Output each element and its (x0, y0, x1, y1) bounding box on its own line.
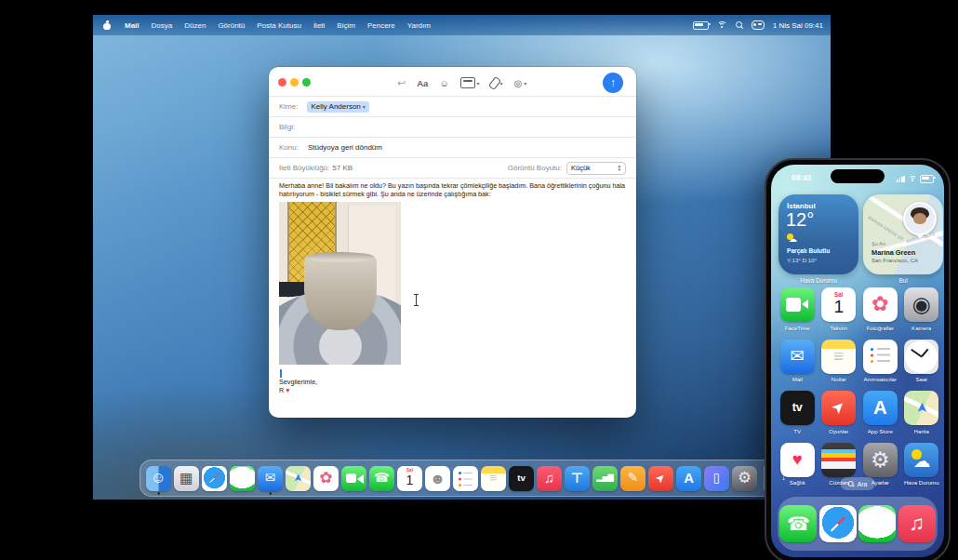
iphone-app-tv[interactable]: tvTV (777, 391, 818, 434)
control-center-icon[interactable] (752, 20, 765, 30)
dock-item-launchpad[interactable]: ▦ (174, 466, 199, 491)
dock-item-safari[interactable] (202, 466, 227, 491)
menu-item-yardım[interactable]: Yardım (407, 21, 431, 30)
iphone-app-notlar[interactable]: ≡Notlar (818, 340, 860, 383)
spotlight-icon[interactable] (736, 21, 743, 29)
zoom-button[interactable] (302, 78, 311, 87)
dock-item-photos[interactable]: ✿ (313, 466, 339, 491)
dock-item-finder[interactable]: ☺ (146, 466, 171, 491)
iphone-app-app-store[interactable]: AApp Store (859, 391, 901, 434)
hava-durumu-icon[interactable] (904, 443, 938, 477)
contacts-icon[interactable]: ☻ (425, 466, 450, 491)
facetime-icon[interactable] (341, 466, 366, 491)
oyunlar-icon[interactable]: ➤ (821, 391, 856, 425)
reminders-icon[interactable] (453, 466, 478, 491)
pages-icon[interactable]: ✎ (620, 466, 645, 491)
apple-menu-icon[interactable] (103, 21, 111, 30)
iphone-app-oyunlar[interactable]: ➤Oyunlar (818, 391, 860, 434)
mail-icon[interactable]: ✉ (258, 466, 283, 491)
iphone-mirroring-icon[interactable]: ▯ (704, 466, 729, 491)
recipient-token[interactable]: Kelly Anderson ▾ (307, 101, 368, 113)
muzik-icon[interactable]: ♫ (898, 505, 936, 542)
kamera-icon[interactable]: ◉ (904, 287, 938, 322)
mesajlar-icon[interactable] (858, 505, 896, 542)
dock-item-keynote[interactable]: ⊤ (565, 466, 590, 491)
findmy-widget[interactable]: MARINA GREEN DR MARINA BLVD Şu An Marina… (863, 194, 943, 274)
iphone-app-animsaticilar[interactable]: Anımsatıcılar (859, 340, 901, 383)
dock-item-facetime[interactable] (341, 466, 366, 491)
wifi-icon[interactable] (717, 21, 727, 30)
notes-icon[interactable]: ≡ (481, 466, 506, 491)
pottery-photo[interactable] (279, 202, 401, 365)
dock-item-music[interactable]: ♫ (537, 466, 562, 491)
iphone-app-facetime[interactable]: FaceTime (777, 287, 818, 331)
system-settings-icon[interactable]: ⚙ (732, 466, 757, 491)
finder-icon[interactable]: ☺ (146, 466, 171, 491)
iphone-app-takvim[interactable]: Sal1Takvim (818, 287, 860, 331)
messages-icon[interactable] (230, 466, 255, 491)
undo-icon[interactable]: ↩ (397, 77, 406, 89)
header-fields-icon[interactable]: ▾ (460, 77, 480, 88)
numbers-icon[interactable]: ▂▅▇ (592, 466, 618, 491)
iphone-app-hava-durumu[interactable]: Hava Durumu (901, 443, 943, 487)
emoji-icon[interactable]: ☺ (439, 78, 448, 88)
games-icon[interactable]: ➤ (648, 466, 673, 491)
iphone-app-harita[interactable]: ➤Harita (901, 391, 943, 434)
takvim-icon[interactable]: Sal1 (821, 287, 856, 322)
keynote-icon[interactable]: ⊤ (565, 466, 590, 491)
app-store-icon[interactable]: A (863, 391, 898, 425)
to-field[interactable]: Kime: Kelly Anderson ▾ (279, 97, 626, 116)
dock-item-tv[interactable]: tv (509, 466, 534, 491)
dock-item-calendar[interactable]: Sal1 (397, 466, 422, 491)
menu-item-i̇leti[interactable]: İleti (313, 21, 325, 30)
tv-icon[interactable]: tv (509, 466, 534, 491)
cuzdan-icon[interactable] (821, 443, 856, 477)
telefon-icon[interactable]: ☎ (779, 505, 817, 542)
message-closing[interactable]: Sevgilerimle, R ♥ (279, 378, 317, 394)
dock-item-games[interactable]: ➤ (648, 466, 673, 491)
animsaticilar-icon[interactable] (863, 340, 898, 374)
harita-icon[interactable]: ➤ (904, 391, 938, 425)
insert-media-icon[interactable]: ◎▾ (514, 78, 527, 88)
dock-item-contacts[interactable]: ☻ (425, 466, 450, 491)
cc-field[interactable]: Bilgi: (279, 117, 626, 137)
dock-item-messages[interactable] (230, 466, 255, 491)
dock-item-pages[interactable]: ✎ (620, 466, 645, 491)
menu-item-düzen[interactable]: Düzen (184, 21, 206, 30)
dock-item-iphone-mirroring[interactable]: ▯ (704, 466, 729, 491)
menu-item-posta-kutusu[interactable]: Posta Kutusu (257, 21, 301, 30)
safari-icon[interactable] (202, 466, 227, 491)
minimize-button[interactable] (290, 78, 299, 87)
menu-item-pencere[interactable]: Pencere (367, 21, 395, 30)
fotograflar-icon[interactable]: ✿ (863, 287, 898, 322)
facetime-icon[interactable] (780, 287, 815, 322)
message-body[interactable]: Merhaba anne! Bil bakalım ne oldu? Bu ya… (279, 182, 631, 198)
weather-widget[interactable]: İstanbul 12° Parçalı Bulutlu Y:13° D:10° (778, 194, 858, 274)
tv-icon[interactable]: tv (780, 391, 815, 425)
battery-icon[interactable] (693, 21, 709, 30)
dock-item-mail[interactable]: ✉ (258, 466, 283, 491)
menubar-clock[interactable]: 1 Nis Sal 09:41 (773, 21, 823, 30)
app-store-icon[interactable]: A (676, 466, 701, 491)
iphone-app-fotograflar[interactable]: ✿Fotoğraflar (859, 287, 901, 331)
phone-icon[interactable]: ☎ (369, 466, 394, 491)
iphone-app-saat[interactable]: Saat (901, 340, 943, 383)
dock-item-maps[interactable]: ➤ (286, 466, 311, 491)
launchpad-icon[interactable]: ▦ (174, 466, 199, 491)
attach-icon[interactable]: ▾ (491, 77, 503, 89)
send-button[interactable]: ↑ (603, 73, 623, 93)
calendar-icon[interactable]: Sal1 (397, 466, 422, 491)
dock-item-app-store[interactable]: A (676, 466, 701, 491)
photos-icon[interactable]: ✿ (313, 466, 339, 491)
music-icon[interactable]: ♫ (537, 466, 562, 491)
image-size-select[interactable]: Küçük ▲▼ (566, 162, 626, 175)
menu-item-biçim[interactable]: Biçim (337, 21, 355, 30)
iphone-app-mail[interactable]: ✉Mail (777, 340, 818, 383)
spotlight-search-pill[interactable]: Ara (841, 477, 875, 490)
notlar-icon[interactable]: ≡ (821, 340, 856, 374)
menu-item-dosya[interactable]: Dosya (152, 21, 173, 30)
ayarlar-icon[interactable]: ⚙ (863, 443, 898, 477)
menu-item-mail[interactable]: Mail (125, 21, 140, 30)
safari-icon[interactable] (819, 505, 857, 542)
saat-icon[interactable] (904, 340, 938, 374)
